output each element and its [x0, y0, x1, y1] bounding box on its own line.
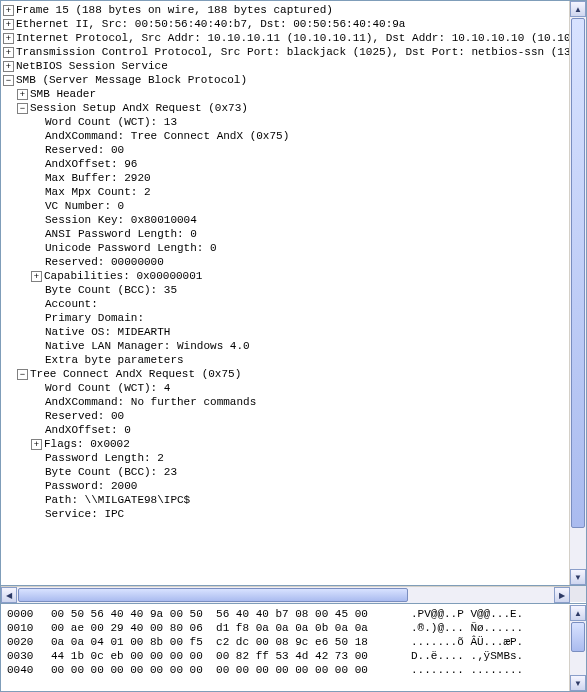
tree-row-path[interactable]: Path: \\MILGATE98\IPC$	[3, 493, 569, 507]
hex-line[interactable]: 003044 1b 0c eb 00 00 00 00 00 82 ff 53 …	[7, 649, 569, 663]
tree-pane: +Frame 15 (188 bytes on wire, 188 bytes …	[1, 1, 586, 586]
scroll-thumb[interactable]	[571, 622, 585, 652]
hex-line[interactable]: 000000 50 56 40 40 9a 00 50 56 40 40 b7 …	[7, 607, 569, 621]
hex-line[interactable]: 004000 00 00 00 00 00 00 00 00 00 00 00 …	[7, 663, 569, 677]
tree-row-maxbuf[interactable]: Max Buffer: 2920	[3, 171, 569, 185]
hex-offset: 0000	[7, 607, 51, 621]
collapse-icon[interactable]: −	[17, 369, 28, 380]
tree-label: Word Count (WCT): 4	[45, 381, 170, 395]
scroll-track[interactable]	[570, 621, 586, 675]
expand-icon[interactable]: +	[31, 439, 42, 450]
tree-row-res1[interactable]: Reserved: 00	[3, 143, 569, 157]
scroll-thumb[interactable]	[18, 588, 408, 602]
tree-row-tree-connect[interactable]: −Tree Connect AndX Request (0x75)	[3, 367, 569, 381]
scroll-up-button[interactable]: ▲	[570, 605, 586, 621]
expand-icon[interactable]: +	[3, 47, 14, 58]
tree-label: AndXCommand: No further commands	[45, 395, 256, 409]
tree-label: Reserved: 00	[45, 409, 124, 423]
tree-label: Transmission Control Protocol, Src Port:…	[16, 45, 569, 59]
tree-label: Session Setup AndX Request (0x73)	[30, 101, 248, 115]
tree-row-smb-header[interactable]: +SMB Header	[3, 87, 569, 101]
tree-row-unipass[interactable]: Unicode Password Length: 0	[3, 241, 569, 255]
tree-row-bcc1[interactable]: Byte Count (BCC): 35	[3, 283, 569, 297]
hex-offset: 0030	[7, 649, 51, 663]
tree-label: VC Number: 0	[45, 199, 124, 213]
tree-row-netbios[interactable]: +NetBIOS Session Service	[3, 59, 569, 73]
tree-row-andxoff1[interactable]: AndXOffset: 96	[3, 157, 569, 171]
tree-row-account[interactable]: Account:	[3, 297, 569, 311]
tree-label: Path: \\MILGATE98\IPC$	[45, 493, 190, 507]
scroll-right-button[interactable]: ▶	[554, 587, 570, 603]
tree-row-wct2[interactable]: Word Count (WCT): 4	[3, 381, 569, 395]
tree-row-wct1[interactable]: Word Count (WCT): 13	[3, 115, 569, 129]
expand-icon[interactable]: +	[3, 5, 14, 16]
tree-row-frame[interactable]: +Frame 15 (188 bytes on wire, 188 bytes …	[3, 3, 569, 17]
tree-row-smb[interactable]: −SMB (Server Message Block Protocol)	[3, 73, 569, 87]
collapse-icon[interactable]: −	[3, 75, 14, 86]
tree-row-flags[interactable]: +Flags: 0x0002	[3, 437, 569, 451]
scroll-corner	[570, 586, 586, 602]
tree-label: Frame 15 (188 bytes on wire, 188 bytes c…	[16, 3, 333, 17]
hex-ascii: .......õ ÂÜ...æP.	[411, 635, 523, 649]
tree-label: SMB Header	[30, 87, 96, 101]
tree-label: Capabilities: 0x00000001	[44, 269, 202, 283]
tree-row-andx2[interactable]: AndXCommand: No further commands	[3, 395, 569, 409]
tree-row-password[interactable]: Password: 2000	[3, 479, 569, 493]
scroll-down-button[interactable]: ▼	[570, 675, 586, 691]
scroll-thumb[interactable]	[571, 18, 585, 528]
tree-row-andxoff2[interactable]: AndXOffset: 0	[3, 423, 569, 437]
tree-row-domain[interactable]: Primary Domain:	[3, 311, 569, 325]
tree-row-passlen[interactable]: Password Length: 2	[3, 451, 569, 465]
tree-label: Native LAN Manager: Windows 4.0	[45, 339, 250, 353]
tree-row-nativeos[interactable]: Native OS: MIDEARTH	[3, 325, 569, 339]
tree-row-maxmpx[interactable]: Max Mpx Count: 2	[3, 185, 569, 199]
scroll-track[interactable]	[570, 17, 586, 569]
tree-content[interactable]: +Frame 15 (188 bytes on wire, 188 bytes …	[1, 1, 569, 585]
hex-ascii: .PV@@..P V@@...E.	[411, 607, 523, 621]
tree-row-sesskey[interactable]: Session Key: 0x80010004	[3, 213, 569, 227]
tree-row-res3[interactable]: Reserved: 00	[3, 409, 569, 423]
expand-icon[interactable]: +	[31, 271, 42, 282]
scroll-track[interactable]	[17, 587, 554, 603]
tree-vertical-scrollbar[interactable]: ▲ ▼	[569, 1, 586, 585]
expand-icon[interactable]: +	[17, 89, 28, 100]
hex-offset: 0010	[7, 621, 51, 635]
expand-icon[interactable]: +	[3, 19, 14, 30]
tree-label: Max Buffer: 2920	[45, 171, 151, 185]
tree-row-res2[interactable]: Reserved: 00000000	[3, 255, 569, 269]
tree-row-extra[interactable]: Extra byte parameters	[3, 353, 569, 367]
tree-label: Primary Domain:	[45, 311, 144, 325]
tree-label: SMB (Server Message Block Protocol)	[16, 73, 247, 87]
tree-row-bcc2[interactable]: Byte Count (BCC): 23	[3, 465, 569, 479]
tree-label: Reserved: 00	[45, 143, 124, 157]
tree-row-vcnum[interactable]: VC Number: 0	[3, 199, 569, 213]
hex-bytes: 44 1b 0c eb 00 00 00 00 00 82 ff 53 4d 4…	[51, 649, 411, 663]
scroll-down-button[interactable]: ▼	[570, 569, 586, 585]
tree-horizontal-scrollbar[interactable]: ◀ ▶	[1, 586, 570, 603]
tree-label: AndXOffset: 96	[45, 157, 137, 171]
tree-row-andx1[interactable]: AndXCommand: Tree Connect AndX (0x75)	[3, 129, 569, 143]
collapse-icon[interactable]: −	[17, 103, 28, 114]
tree-row-tcp[interactable]: +Transmission Control Protocol, Src Port…	[3, 45, 569, 59]
hex-content[interactable]: 000000 50 56 40 40 9a 00 50 56 40 40 b7 …	[1, 605, 569, 691]
tree-label: Account:	[45, 297, 98, 311]
hex-pane: 000000 50 56 40 40 9a 00 50 56 40 40 b7 …	[1, 604, 586, 691]
tree-row-service[interactable]: Service: IPC	[3, 507, 569, 521]
tree-label: Word Count (WCT): 13	[45, 115, 177, 129]
hex-line[interactable]: 00200a 0a 04 01 00 8b 00 f5 c2 dc 00 08 …	[7, 635, 569, 649]
tree-label: Internet Protocol, Src Addr: 10.10.10.11…	[16, 31, 569, 45]
tree-row-nativelan[interactable]: Native LAN Manager: Windows 4.0	[3, 339, 569, 353]
hex-bytes: 00 ae 00 29 40 00 80 06 d1 f8 0a 0a 0a 0…	[51, 621, 411, 635]
tree-row-session-setup[interactable]: −Session Setup AndX Request (0x73)	[3, 101, 569, 115]
scroll-up-button[interactable]: ▲	[570, 1, 586, 17]
tree-row-ethernet[interactable]: +Ethernet II, Src: 00:50:56:40:40:b7, Ds…	[3, 17, 569, 31]
hex-vertical-scrollbar[interactable]: ▲ ▼	[569, 605, 586, 691]
expand-icon[interactable]: +	[3, 33, 14, 44]
tree-row-caps[interactable]: +Capabilities: 0x00000001	[3, 269, 569, 283]
tree-label: Service: IPC	[45, 507, 124, 521]
scroll-left-button[interactable]: ◀	[1, 587, 17, 603]
tree-row-ansipass[interactable]: ANSI Password Length: 0	[3, 227, 569, 241]
tree-row-ip[interactable]: +Internet Protocol, Src Addr: 10.10.10.1…	[3, 31, 569, 45]
hex-line[interactable]: 001000 ae 00 29 40 00 80 06 d1 f8 0a 0a …	[7, 621, 569, 635]
expand-icon[interactable]: +	[3, 61, 14, 72]
